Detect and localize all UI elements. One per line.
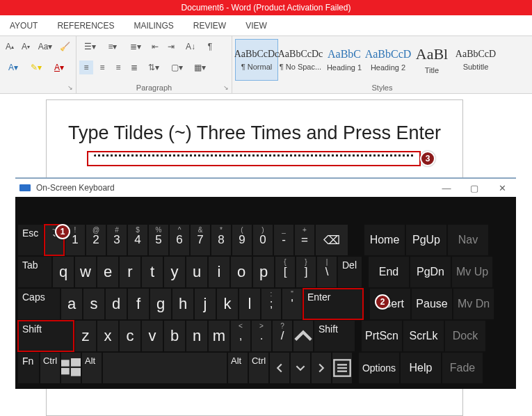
- key-p[interactable]: p: [253, 257, 274, 287]
- key-backslash[interactable]: |\: [317, 257, 337, 287]
- key-caps[interactable]: Caps: [18, 289, 60, 319]
- key-pause[interactable]: Pause: [412, 289, 452, 319]
- style-normal[interactable]: AaBbCcDc ¶ Normal: [235, 39, 278, 81]
- key-enter[interactable]: Enter: [303, 289, 363, 319]
- change-case-button[interactable]: Aa▾: [35, 40, 56, 54]
- key-alt-left[interactable]: Alt: [82, 353, 102, 383]
- show-marks-button[interactable]: ¶: [203, 40, 217, 54]
- numbering-button[interactable]: ≡▾: [102, 40, 123, 54]
- key-w[interactable]: w: [75, 257, 96, 287]
- key-options[interactable]: Options: [359, 353, 399, 383]
- key-9[interactable]: (9: [232, 225, 252, 255]
- key-k[interactable]: k: [217, 289, 238, 319]
- key-2[interactable]: @2: [86, 225, 106, 255]
- key-m[interactable]: m: [209, 321, 229, 351]
- key-home[interactable]: Home: [364, 225, 405, 255]
- key-rbracket[interactable]: }]: [296, 257, 316, 287]
- bullets-button[interactable]: ☰▾: [79, 40, 100, 54]
- key-space[interactable]: [103, 353, 227, 383]
- key-6[interactable]: ^6: [170, 225, 189, 255]
- key-i[interactable]: i: [209, 257, 229, 287]
- style-no-spacing[interactable]: AaBbCcDc ¶ No Spac...: [279, 39, 322, 81]
- key-semicolon[interactable]: :;: [261, 289, 281, 319]
- key-5[interactable]: %5: [149, 225, 168, 255]
- grow-font-button[interactable]: A▴: [3, 40, 17, 54]
- key-right[interactable]: [312, 353, 331, 383]
- key-x[interactable]: x: [97, 321, 118, 351]
- font-color-button[interactable]: A▾: [49, 61, 70, 74]
- key-ctrl-right[interactable]: Ctrl: [249, 353, 268, 383]
- key-scrlk[interactable]: ScrLk: [403, 321, 444, 351]
- font-color-char-button[interactable]: A▾: [3, 61, 24, 74]
- key-0[interactable]: )0: [253, 225, 273, 255]
- key-shift-left[interactable]: Shift: [18, 321, 74, 351]
- key-fn[interactable]: Fn: [18, 353, 39, 383]
- key-o[interactable]: o: [231, 257, 252, 287]
- key-r[interactable]: r: [120, 257, 140, 287]
- key-shift-right[interactable]: Shift: [314, 321, 355, 351]
- key-win[interactable]: [61, 353, 81, 383]
- key-c[interactable]: c: [120, 321, 140, 351]
- justify-button[interactable]: ≣: [127, 61, 141, 74]
- key-8[interactable]: *8: [211, 225, 231, 255]
- multilevel-button[interactable]: ≣▾: [125, 40, 146, 54]
- line-spacing-button[interactable]: ⇅▾: [143, 61, 164, 74]
- shrink-font-button[interactable]: A▾: [19, 40, 33, 54]
- ribbon-tab[interactable]: AYOUT: [0, 15, 47, 35]
- key-7[interactable]: &7: [191, 225, 210, 255]
- key-down[interactable]: [291, 353, 310, 383]
- ribbon-tab[interactable]: REFERENCES: [47, 15, 124, 35]
- key-f[interactable]: f: [128, 289, 149, 319]
- key-esc[interactable]: Esc: [18, 225, 43, 255]
- key-prtscn[interactable]: PrtScn: [362, 321, 402, 351]
- increase-indent-button[interactable]: ⇥: [164, 40, 178, 54]
- key-q[interactable]: q: [53, 257, 74, 287]
- key-s[interactable]: s: [83, 289, 104, 319]
- key-a[interactable]: a: [61, 289, 82, 319]
- borders-button[interactable]: ▦▾: [189, 61, 210, 74]
- highlight-button[interactable]: ✎▾: [26, 61, 47, 74]
- key-del[interactable]: Del: [338, 257, 362, 287]
- clear-formatting-button[interactable]: 🧹: [58, 40, 72, 54]
- style-subtitle[interactable]: AaBbCcD Subtitle: [454, 39, 497, 81]
- key-g[interactable]: g: [150, 289, 171, 319]
- key-alt-right[interactable]: Alt: [228, 353, 248, 383]
- ribbon-tab[interactable]: VIEW: [236, 15, 277, 35]
- key-left[interactable]: [270, 353, 289, 383]
- align-left-button[interactable]: ≡: [79, 61, 93, 74]
- osk-titlebar[interactable]: On-Screen Keyboard — ▢ ✕: [15, 179, 516, 197]
- key-v[interactable]: v: [142, 321, 163, 351]
- key-l[interactable]: l: [239, 289, 260, 319]
- key-dock[interactable]: Dock: [445, 321, 485, 351]
- key-d[interactable]: d: [106, 289, 127, 319]
- key-help[interactable]: Help: [401, 353, 441, 383]
- key-menu[interactable]: [332, 353, 352, 383]
- key-end[interactable]: End: [369, 257, 409, 287]
- key-comma[interactable]: <,: [231, 321, 250, 351]
- style-heading2[interactable]: AaBbCcD Heading 2: [366, 39, 410, 81]
- key-pgdn[interactable]: PgDn: [410, 257, 451, 287]
- key-mvup[interactable]: Mv Up: [452, 257, 492, 287]
- align-right-button[interactable]: ≡: [111, 61, 125, 74]
- paragraph-dialog-launcher[interactable]: ↘: [222, 83, 230, 92]
- key-y[interactable]: y: [164, 257, 185, 287]
- key-tab[interactable]: Tab: [18, 257, 51, 287]
- key-slash[interactable]: ?/: [273, 321, 292, 351]
- close-button[interactable]: ✕: [488, 179, 516, 197]
- key-nav[interactable]: Nav: [448, 225, 488, 255]
- style-heading1[interactable]: AaBbC Heading 1: [323, 39, 366, 81]
- align-center-button[interactable]: ≡: [95, 61, 109, 74]
- minimize-button[interactable]: —: [433, 179, 460, 197]
- key-backspace[interactable]: ⌫: [316, 225, 348, 255]
- key-mvdn[interactable]: Mv Dn: [453, 289, 494, 319]
- key-quote[interactable]: "': [282, 289, 302, 319]
- key-b[interactable]: b: [164, 321, 185, 351]
- key-pgup[interactable]: PgUp: [406, 225, 446, 255]
- key-j[interactable]: j: [195, 289, 216, 319]
- key-lbracket[interactable]: {[: [275, 257, 295, 287]
- decrease-indent-button[interactable]: ⇤: [148, 40, 162, 54]
- key-minus[interactable]: _-: [274, 225, 293, 255]
- sort-button[interactable]: A↓: [180, 40, 201, 54]
- key-4[interactable]: $4: [128, 225, 147, 255]
- key-z[interactable]: z: [75, 321, 96, 351]
